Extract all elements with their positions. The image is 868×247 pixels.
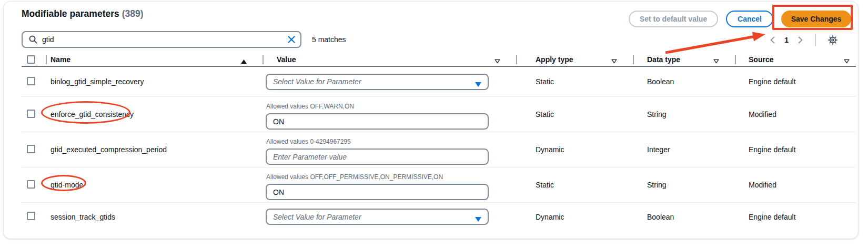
search-input[interactable]: [42, 35, 288, 44]
parameter-name: session_track_gtids: [46, 213, 115, 221]
page-number: 1: [781, 36, 792, 44]
column-header-data-type: Data type: [633, 53, 735, 66]
column-header-name[interactable]: Name: [46, 53, 263, 66]
row-checkbox[interactable]: [27, 180, 35, 189]
clear-search-icon[interactable]: [288, 36, 295, 43]
apply-type-cell: Dynamic: [516, 213, 633, 221]
allowed-values-label: Allowed values OFF,WARN,ON: [263, 103, 516, 110]
sort-ascending-icon[interactable]: [241, 57, 247, 65]
table-row: gtid_executed_compression_period Allowed…: [22, 132, 856, 167]
cancel-button[interactable]: Cancel: [726, 11, 773, 27]
select-all-cell: [22, 53, 46, 66]
set-to-default-button[interactable]: Set to default value: [629, 11, 718, 27]
parameters-table: Name Value Apply type: [22, 53, 856, 231]
row-checkbox[interactable]: [27, 77, 35, 85]
filter-caret-icon[interactable]: [611, 57, 617, 65]
apply-type-cell: Static: [516, 181, 633, 189]
select-all-checkbox[interactable]: [27, 55, 35, 64]
table-row: gtid-mode Allowed values OFF,OFF_PERMISS…: [22, 167, 856, 203]
match-count: 5 matches: [312, 35, 346, 44]
page-title: Modifiable parameters (389): [22, 8, 143, 19]
parameter-name: gtid-mode: [46, 181, 83, 189]
save-changes-button[interactable]: Save Changes: [781, 11, 851, 27]
parameter-group-page: Modifiable parameters (389) Set to defau…: [0, 0, 868, 247]
table-row: enforce_gtid_consistency Allowed values …: [22, 97, 856, 132]
parameter-count: (389): [122, 8, 144, 19]
pagination: 1: [767, 33, 841, 47]
search-icon: [29, 35, 37, 44]
previous-page-button[interactable]: [767, 35, 778, 45]
data-type-cell: String: [633, 181, 735, 189]
data-type-cell: Integer: [633, 145, 735, 154]
pager-divider: [815, 34, 816, 46]
source-cell: Modified: [735, 110, 856, 118]
value-select[interactable]: Select Value for Parameter: [266, 209, 489, 225]
apply-type-cell: Static: [516, 77, 633, 86]
filter-caret-icon[interactable]: [844, 57, 850, 65]
parameter-name: enforce_gtid_consistency: [46, 110, 134, 118]
search-box: [22, 31, 301, 48]
gear-icon[interactable]: [824, 34, 841, 46]
next-page-button[interactable]: [795, 35, 806, 45]
chevron-down-icon: [475, 80, 481, 88]
parameter-name: gtid_executed_compression_period: [46, 145, 167, 154]
row-checkbox[interactable]: [27, 110, 35, 118]
chevron-down-icon: [475, 215, 481, 223]
source-cell: Engine default: [735, 145, 856, 154]
allowed-values-label: Allowed values 0-4294967295: [263, 138, 516, 145]
apply-type-cell: Dynamic: [516, 145, 633, 154]
row-checkbox[interactable]: [27, 212, 35, 220]
modifiable-parameters-panel: Modifiable parameters (389) Set to defau…: [3, 1, 859, 239]
value-input[interactable]: [266, 149, 489, 165]
column-header-value: Value: [263, 53, 516, 66]
filter-caret-icon[interactable]: [713, 57, 719, 65]
filter-caret-icon[interactable]: [494, 57, 500, 65]
value-input[interactable]: [266, 113, 489, 130]
table-row: session_track_gtids Select Value for Par…: [22, 203, 856, 231]
allowed-values-label: Allowed values OFF,OFF_PERMISSIVE,ON_PER…: [263, 173, 516, 181]
value-input[interactable]: [266, 184, 489, 200]
parameter-name: binlog_gtid_simple_recovery: [46, 77, 144, 86]
source-cell: Engine default: [735, 213, 856, 221]
data-type-cell: Boolean: [633, 77, 735, 86]
row-checkbox[interactable]: [27, 145, 35, 153]
data-type-cell: String: [633, 110, 735, 118]
value-select[interactable]: Select Value for Parameter: [266, 74, 489, 90]
table-header-row: Name Value Apply type: [22, 53, 856, 67]
table-row: binlog_gtid_simple_recovery Select Value…: [22, 67, 856, 97]
source-cell: Engine default: [735, 77, 856, 86]
apply-type-cell: Static: [516, 110, 633, 118]
data-type-cell: Boolean: [633, 213, 735, 221]
column-header-apply-type: Apply type: [516, 53, 633, 66]
column-header-source: Source: [735, 53, 856, 66]
page-title-text: Modifiable parameters: [22, 8, 119, 19]
source-cell: Modified: [735, 181, 856, 189]
